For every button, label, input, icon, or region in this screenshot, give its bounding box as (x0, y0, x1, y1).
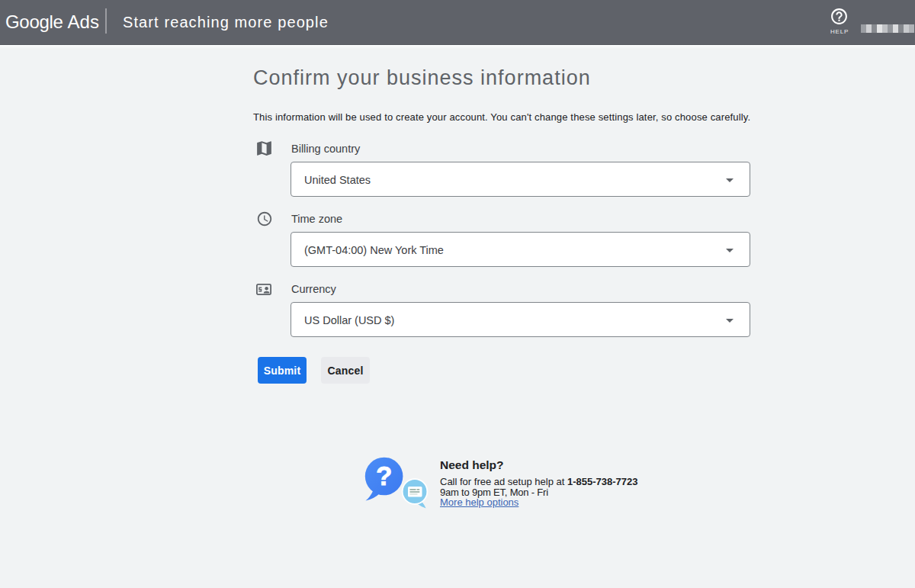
svg-text:?: ? (376, 461, 392, 490)
